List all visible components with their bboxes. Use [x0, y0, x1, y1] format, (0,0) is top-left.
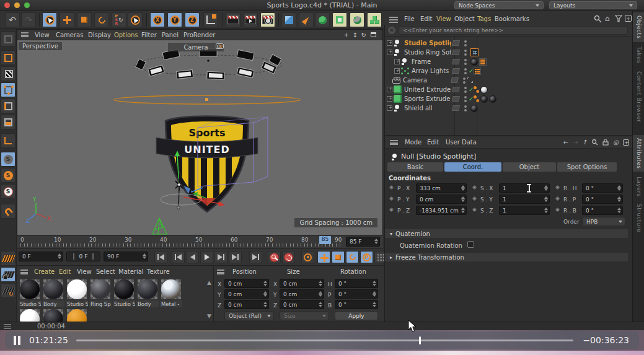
spinner-icon[interactable] — [374, 239, 378, 244]
keyframe-circle-icon[interactable] — [555, 207, 560, 213]
enabled-check-icon[interactable]: ✓ — [469, 95, 474, 102]
px-field[interactable]: 333 cm — [416, 183, 467, 193]
visibility-toggles[interactable] — [464, 87, 467, 93]
record-parameter-toggle[interactable]: P — [360, 251, 373, 263]
quaternion-rotation-checkbox[interactable] — [467, 241, 474, 248]
visibility-toggles[interactable] — [464, 50, 467, 56]
mat-menu-texture[interactable]: Texture — [147, 268, 170, 275]
scroll-down-icon[interactable]: ▼ — [207, 313, 211, 319]
enabled-check-icon[interactable]: ✓ — [469, 86, 474, 93]
layer-chip[interactable] — [452, 105, 460, 111]
move-tool[interactable] — [60, 12, 74, 27]
play-button[interactable] — [200, 251, 213, 263]
keyframe-circle-icon[interactable] — [389, 196, 394, 201]
last-tool-psr[interactable]: PSR↻ — [112, 12, 126, 27]
keyframe-selection-button[interactable] — [301, 251, 314, 263]
rb-field[interactable]: 0 ° — [582, 206, 623, 215]
lock-y-axis-button[interactable]: Y — [167, 12, 182, 27]
sx-field[interactable]: 1 — [499, 183, 550, 193]
record-scale-toggle[interactable] — [332, 251, 345, 263]
lock-x-axis-button[interactable]: X — [150, 12, 165, 27]
material-item[interactable] — [42, 309, 64, 322]
pz-field[interactable]: -1834.951 cm — [416, 206, 467, 215]
material-tag[interactable] — [489, 95, 496, 103]
target-icon[interactable]: ◎ — [613, 139, 619, 146]
current-frame-field[interactable]: 85 F — [346, 237, 380, 247]
playhead-handle[interactable] — [419, 336, 421, 344]
side-tab-layers[interactable]: Layers — [633, 173, 644, 200]
om-menu-file[interactable]: File — [404, 15, 415, 22]
live-selection-tool[interactable] — [42, 12, 57, 27]
search-icon[interactable] — [591, 139, 598, 146]
workplane-button[interactable] — [1, 251, 15, 266]
rotation-p-field[interactable]: 0 ° — [335, 289, 378, 299]
phong-tag-icon[interactable] — [474, 86, 479, 93]
keyframe-circle-icon[interactable] — [389, 185, 394, 190]
viewport[interactable]: Sports UNITED — [17, 29, 383, 235]
sz-field[interactable]: 1 — [499, 206, 550, 215]
rotation-h-field[interactable]: 0 ° — [335, 279, 378, 288]
layouts-dropdown[interactable]: Layouts — [549, 1, 637, 9]
parent-up-icon[interactable]: ↑ — [582, 139, 587, 146]
edges-mode-button[interactable] — [1, 99, 15, 113]
viewport-menu-icon[interactable] — [21, 32, 29, 37]
tab-basic[interactable]: Basic — [387, 162, 443, 172]
add-icon[interactable]: + — [623, 139, 629, 146]
material-item[interactable]: Studio S — [113, 279, 135, 307]
expand-icon[interactable] — [387, 40, 392, 46]
object-row-frame[interactable]: Frame — [385, 57, 633, 66]
layer-chip[interactable] — [452, 59, 460, 64]
redo-button[interactable]: ↷ — [21, 12, 36, 27]
goto-end-button[interactable] — [249, 251, 262, 263]
keyframe-circle-icon[interactable] — [555, 196, 560, 201]
visibility-toggles[interactable] — [464, 40, 467, 46]
phong-tag-icon[interactable] — [474, 95, 479, 102]
history-back-icon[interactable]: ← — [563, 139, 568, 146]
pause-button[interactable] — [14, 336, 20, 345]
lock-workplane-button[interactable] — [1, 267, 15, 282]
vp-move-icon[interactable]: + — [344, 32, 349, 38]
axis-mode-button[interactable] — [1, 133, 15, 148]
coordinate-system-button[interactable] — [203, 12, 218, 27]
lock-z-axis-button[interactable]: Z — [185, 12, 200, 27]
layer-chip[interactable] — [451, 77, 459, 83]
subdivision-surface-button[interactable] — [315, 12, 330, 27]
material-tag[interactable] — [480, 86, 488, 94]
play-backwards-button[interactable] — [186, 251, 199, 263]
status-menu-icon[interactable] — [4, 324, 11, 329]
start-frame-field[interactable]: 0 F — [19, 252, 63, 261]
enabled-check-icon[interactable]: ✓ — [469, 68, 474, 74]
rotation-b-field[interactable]: 0 ° — [335, 300, 378, 309]
material-item[interactable]: Studio S — [66, 279, 88, 307]
snap-toggle-button[interactable] — [1, 204, 15, 219]
previous-key-button[interactable] — [172, 251, 185, 263]
object-row-studio-ring-softbox[interactable]: Studio Ring Softbox — [385, 48, 633, 57]
layer-chip[interactable] — [452, 96, 460, 102]
size-z-field[interactable]: 0 cm — [280, 300, 324, 309]
expand-icon[interactable] — [387, 96, 392, 102]
visibility-toggles[interactable] — [464, 59, 467, 65]
layer-chip[interactable] — [452, 68, 460, 74]
om-menu-view[interactable]: View — [436, 15, 451, 22]
lock-icon[interactable] — [602, 139, 609, 146]
compositing-tag[interactable] — [479, 58, 487, 66]
polygons-mode-button[interactable] — [1, 115, 15, 129]
spinner-icon[interactable] — [143, 253, 146, 259]
render-settings-button[interactable] — [260, 12, 275, 27]
attribute-menu-icon[interactable] — [390, 140, 398, 145]
material-item[interactable] — [66, 309, 88, 322]
selection-tag[interactable] — [470, 48, 479, 56]
next-key-button[interactable] — [229, 251, 242, 263]
rp-field[interactable]: 0 ° — [582, 195, 623, 204]
layer-chip[interactable] — [452, 87, 460, 92]
render-view-button[interactable] — [226, 12, 240, 27]
filter-icon[interactable] — [615, 15, 622, 23]
simulation-toggle-button[interactable]: S — [1, 152, 15, 167]
om-menu-bookmarks[interactable]: Bookmarks — [495, 15, 529, 22]
visibility-toggles[interactable] — [463, 77, 465, 84]
align-workplane-button[interactable]: ↻ — [1, 283, 15, 298]
simulation-on-button[interactable]: S — [1, 168, 15, 183]
size-y-field[interactable]: 0 cm — [280, 289, 324, 299]
size-x-field[interactable]: 0 cm — [280, 279, 324, 288]
search-input[interactable] — [399, 26, 628, 35]
